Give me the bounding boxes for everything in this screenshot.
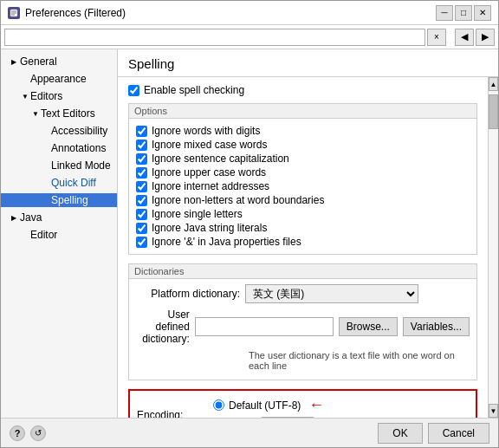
sidebar-label: Accessibility [51,125,107,137]
back-button[interactable]: ◀ [455,29,474,46]
option-upper-case-label: Ignore upper case words [152,166,266,179]
option-non-letters: Ignore non-letters at word boundaries [136,193,470,207]
expand-arrow: ▼ [32,110,41,118]
platform-dict-label: Platform dictionary: [136,288,240,300]
encoding-label: Encoding: [137,409,206,418]
option-java-string: Ignore Java string literals [136,221,470,235]
forward-button[interactable]: ▶ [476,29,495,46]
sidebar-item-editor[interactable]: Editor [1,226,117,243]
scroll-up-button[interactable]: ▲ [489,77,498,91]
option-sentence-cap-label: Ignore sentence capitalization [152,153,289,165]
sidebar-label: Linked Mode [51,159,111,172]
close-button[interactable]: ✕ [474,5,491,21]
scrollbar[interactable]: ▲ ▼ [488,77,498,418]
option-digits-label: Ignore words with digits [152,125,260,137]
option-ampersand-checkbox[interactable] [136,237,147,248]
ok-button[interactable]: OK [378,423,422,444]
encoding-other-row: Other: [213,417,324,418]
options-body: Ignore words with digits Ignore mixed ca… [129,119,476,254]
enable-spell-label: Enable spell checking [144,84,244,96]
option-mixed-case: Ignore mixed case words [136,138,470,152]
sidebar-item-linked-mode[interactable]: Linked Mode [1,157,117,174]
expand-arrow: ▼ [22,93,30,101]
user-dict-label: User defined dictionary: [136,308,190,345]
arrow-indicator: ← [308,396,324,414]
browse-button[interactable]: Browse... [339,317,398,336]
search-input[interactable] [4,29,425,46]
sidebar-label: Text Editors [41,107,95,120]
bottom-bar: ? ↺ OK Cancel [1,418,498,447]
enable-spell-row: Enable spell checking [128,84,477,96]
panel-scroll-wrapper: Enable spell checking Options Ignore wor… [118,77,498,418]
minimize-button[interactable]: ─ [436,5,453,21]
encoding-radio-group: Default (UTF-8) ← Other: [213,396,324,418]
right-panel: Spelling Enable spell checking Options [118,49,498,418]
option-ampersand: Ignore '&' in Java properties files [136,235,470,249]
encoding-default-radio[interactable] [213,399,224,411]
scroll-track[interactable] [489,91,498,404]
options-section: Options Ignore words with digits Ignore … [128,103,477,255]
sidebar-label: Spelling [51,194,88,206]
title-bar-left: Preferences (Filtered) [8,7,126,19]
options-header: Options [129,104,476,119]
expand-arrow: ▶ [11,58,20,66]
cancel-button[interactable]: Cancel [428,423,489,444]
option-digits-checkbox[interactable] [136,126,147,137]
option-internet: Ignore internet addresses [136,179,470,193]
app-icon [8,7,20,19]
option-sentence-cap: Ignore sentence capitalization [136,152,470,166]
sidebar-label: Appearance [30,73,87,85]
encoding-section: Encoding: Default (UTF-8) ← Other: [128,389,477,418]
platform-dict-row: Platform dictionary: 英文 (美国) [136,284,470,303]
option-internet-checkbox[interactable] [136,181,147,192]
window: Preferences (Filtered) ─ □ ✕ × ◀ ▶ ▶ Gen… [0,0,499,448]
option-non-letters-checkbox[interactable] [136,195,147,206]
option-java-string-label: Ignore Java string literals [152,222,267,234]
scroll-thumb[interactable] [489,94,498,129]
sidebar-item-annotations[interactable]: Annotations [1,140,117,157]
sidebar-label: Editors [30,90,62,102]
maximize-button[interactable]: □ [455,5,472,21]
restore-defaults-button[interactable]: ↺ [30,425,46,441]
dictionaries-header: Dictionaries [129,264,476,279]
option-sentence-cap-checkbox[interactable] [136,153,147,165]
sidebar-label: Quick Diff [51,177,96,189]
sidebar-label: General [20,55,57,68]
user-dict-input[interactable] [195,317,334,336]
sidebar-item-editors[interactable]: ▼ Editors [1,88,117,105]
sidebar-item-general[interactable]: ▶ General [1,53,117,70]
option-single-letters: Ignore single letters [136,207,470,221]
option-ampersand-label: Ignore '&' in Java properties files [152,236,301,248]
encoding-other-input[interactable] [262,417,314,418]
dictionaries-body: Platform dictionary: 英文 (美国) User define… [129,279,476,380]
nav-buttons: ◀ ▶ [455,29,495,46]
sidebar-item-quick-diff[interactable]: Quick Diff [1,174,117,192]
main-content: ▶ General Appearance ▼ Editors ▼ [1,49,498,418]
sidebar-item-appearance[interactable]: Appearance [1,70,117,88]
encoding-default-row: Default (UTF-8) ← [213,396,324,414]
option-non-letters-label: Ignore non-letters at word boundaries [152,194,324,206]
sidebar-label: Annotations [51,142,106,154]
option-mixed-case-checkbox[interactable] [136,140,147,151]
sidebar-item-accessibility[interactable]: Accessibility [1,122,117,140]
bottom-left: ? ↺ [10,425,46,441]
clear-search-button[interactable]: × [427,29,446,46]
panel-content: Enable spell checking Options Ignore wor… [118,77,488,418]
help-button[interactable]: ? [10,425,25,441]
sidebar-item-text-editors[interactable]: ▼ Text Editors [1,105,117,122]
dict-note: The user dictionary is a text file with … [136,350,470,371]
enable-spell-checkbox[interactable] [128,85,139,96]
sidebar-item-java[interactable]: ▶ Java [1,209,117,226]
option-single-letters-checkbox[interactable] [136,209,147,220]
sidebar-label: Editor [30,229,57,241]
platform-dict-select[interactable]: 英文 (美国) [245,284,418,303]
option-java-string-checkbox[interactable] [136,223,147,234]
option-upper-case-checkbox[interactable] [136,167,147,179]
scroll-down-button[interactable]: ▼ [489,404,498,418]
dictionaries-section: Dictionaries Platform dictionary: 英文 (美国… [128,263,477,380]
sidebar-label: Java [20,211,42,224]
variables-button[interactable]: Variables... [403,317,470,336]
sidebar-item-spelling[interactable]: Spelling [1,192,117,209]
sidebar: ▶ General Appearance ▼ Editors ▼ [1,49,118,418]
expand-arrow: ▶ [11,214,20,222]
